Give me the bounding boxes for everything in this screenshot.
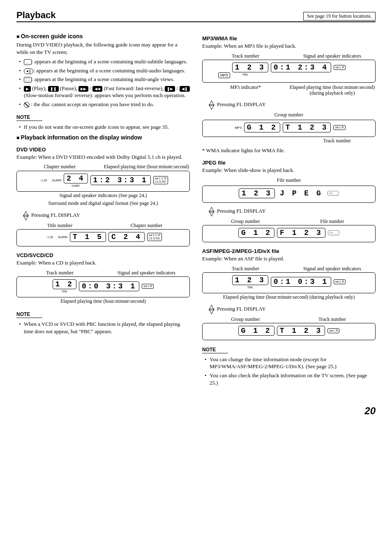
seg-track2-mp3: T 1 2 3	[283, 123, 331, 132]
header-bar: Playback See page 19 for button location…	[16, 10, 376, 22]
seg-time-mp3: 0:1 2:3 4	[271, 63, 331, 72]
dd-indicator-2: □□D	[44, 235, 53, 239]
play-icon: ▶	[24, 86, 31, 92]
dvd-display-1: Chapter number Elapsed playing time (hou…	[16, 164, 190, 207]
cd-heading: VCD/SVCD/CD	[16, 252, 190, 258]
callout-track-cd: Track number	[16, 270, 103, 276]
seg-chapter: 2 4	[64, 174, 88, 183]
seg-time-asf: 0:1 0:3 1	[271, 277, 331, 287]
trk-label-cd: TRK	[53, 290, 76, 293]
note-item: If you do not want the on-screen guide i…	[19, 123, 190, 131]
callout-elapsed-mp3: Elapsed playing time (hour:minute:second…	[289, 84, 376, 96]
chap-label: CHAP.	[64, 184, 88, 187]
note-heading-asf: NOTE	[202, 347, 228, 353]
bullet-prohibit: : the disc cannot accept an operation yo…	[19, 101, 190, 108]
slowfwd-icon: ❚▶	[165, 86, 175, 92]
cd-example: Example: When a CD is played back.	[16, 259, 190, 267]
time-caption-cd: Elapsed playing time (hour:minute:second…	[16, 298, 190, 305]
seg-file2-jpeg: F 1 2 3	[277, 228, 325, 238]
callout-group-jpeg: Group number	[202, 218, 289, 224]
asf-heading: ASF/MPEG-2/MPEG-1/DivX file	[202, 248, 376, 254]
seg-group-asf: G 1 2	[238, 326, 274, 336]
seg-group-jpeg: G 1 2	[238, 228, 274, 238]
note-item-asf-2: You can also check the playback informat…	[205, 372, 376, 386]
note-item-asf-1: You can change the time information mode…	[205, 356, 376, 370]
seg-chapter-2: C 2 4	[108, 232, 145, 242]
cd-display: Track number Signal and speaker indicato…	[16, 270, 190, 305]
speaker-indicators-mp3-2: sw L R	[333, 125, 345, 130]
callout-file2-jpeg: File number	[289, 218, 376, 224]
pause-icon: ❚❚	[48, 86, 59, 92]
pressing-fl-dvd: △▽ Pressing FL DISPLAY	[23, 211, 190, 219]
page-title: Playback	[16, 10, 55, 21]
section-heading-display: Playback information on the display wind…	[16, 134, 190, 141]
asf-example: Example: When an ASF file is played.	[202, 255, 376, 262]
prohibit-icon	[24, 102, 30, 108]
mp3-label-2: MP3	[232, 126, 241, 130]
callout-ind-mp3: Signal and speaker indicators	[289, 53, 376, 59]
seg-track-asf: 1 2 3	[232, 275, 268, 285]
jpeg-display-1: File number 1 2 3 J P E G sw _ _	[202, 177, 376, 203]
mp3-heading: MP3/WMA file	[202, 35, 376, 42]
bullet-angle: ⛶: appears at the beginning of a scene c…	[19, 76, 190, 83]
seg-time-cd: 0:0 3:3 1	[79, 281, 139, 291]
left-column: On-screen guide icons During DVD VIDEO p…	[16, 30, 190, 389]
callout-chapter: Chapter number	[16, 164, 103, 169]
trk-label-mp3: TRK	[242, 73, 248, 78]
speaker-indicators-asf: sw L R	[334, 279, 346, 284]
note-list: If you do not want the on-screen guide i…	[16, 123, 190, 131]
speaker-indicators-2: sw L C R LS S RS	[147, 233, 162, 241]
updown-arrow-icon: △▽	[209, 207, 214, 215]
speaker-indicators-asf-2: sw L R	[327, 328, 339, 333]
seg-jpeg-text: J P E G	[277, 189, 325, 198]
callout-file-jpeg: File number	[202, 177, 376, 184]
bullet-subtitle: …: appears at the beginning of a scene c…	[19, 58, 190, 65]
ff-icon: ▶▶	[78, 86, 88, 92]
audio-icon: ●))	[24, 68, 33, 74]
speaker-indicators-mp3: sw L R	[334, 65, 346, 70]
callout-group-asf: Group number	[202, 316, 289, 322]
reference-box: See page 19 for button locations.	[303, 12, 376, 21]
intro-text: During DVD VIDEO playback, the following…	[16, 41, 190, 56]
rw-icon: ◀◀	[92, 86, 102, 92]
slowrev-icon: ◀❚	[180, 86, 190, 92]
pressing-fl-asf: △▽ Pressing FL DISPLAY	[209, 305, 376, 313]
callout-chapter-2: Chapter number	[103, 223, 190, 228]
speaker-indicators-jpeg-2: sw _ _	[328, 230, 339, 235]
dvd-display-2: Title number Chapter number □□D SURR T 1…	[16, 223, 190, 246]
note-list-asf: You can change the time information mode…	[202, 356, 376, 386]
callout-elapsed-asf: Elapsed playing time (hour:minute:second…	[202, 294, 376, 301]
note-heading-cd: NOTE	[16, 311, 42, 318]
callout-time: Elapsed playing time (hour:minute:second…	[103, 164, 190, 169]
updown-arrow-icon: △▽	[23, 211, 29, 219]
page-number: 20	[16, 405, 376, 417]
jpeg-display-2: Group number File number G 1 2 F 1 2 3 s…	[202, 218, 376, 242]
bullet-transport: ▶ (Play), ❚❚ (Pause), ▶▶ / ◀◀ (Fast forw…	[19, 85, 190, 99]
updown-arrow-icon: △▽	[209, 100, 214, 109]
note-heading: NOTE	[16, 114, 42, 121]
speaker-indicators: sw L C R LS S RS	[153, 176, 168, 184]
callout-ind-asf: Signal and speaker indicators	[289, 266, 376, 272]
speaker-indicators-cd: sw L R	[142, 284, 154, 289]
dd-indicator: □□D	[38, 179, 47, 182]
asf-display-2: Group number Track number G 1 2 T 1 2 3 …	[202, 316, 376, 340]
surr-label: SURR	[50, 179, 62, 182]
section-heading-icons: On-screen guide icons	[16, 33, 190, 39]
callout-track2-mp3: Track number	[202, 138, 376, 144]
note-item-cd: When a VCD or SVCD with PBC function is …	[19, 320, 190, 335]
jpeg-heading: JPEG file	[202, 160, 376, 166]
seg-track-cd: 1 2	[53, 279, 76, 289]
surr-caption: Surround mode and digital signal format …	[16, 200, 190, 207]
speaker-indicators-jpeg: sw _ _	[327, 191, 339, 196]
angle-icon: ⛶	[24, 77, 32, 83]
jpeg-example: Example: When slide-show is played back.	[202, 167, 376, 174]
note-list-cd: When a VCD or SVCD with PBC function is …	[16, 320, 190, 335]
updown-arrow-icon: △▽	[209, 305, 214, 313]
seg-time: 1:2 3:3 1	[90, 175, 151, 185]
callout-track-asf: Track number	[202, 266, 289, 272]
callout-ind-cd: Signal and speaker indicators	[103, 270, 190, 276]
subtitle-icon: …	[24, 59, 32, 65]
seg-title: T 1 5	[70, 232, 106, 242]
mp3-footnote: * WMA indicator lights for WMA file.	[202, 147, 376, 154]
mp3-example: Example: When an MP3 file is played back…	[202, 42, 376, 50]
